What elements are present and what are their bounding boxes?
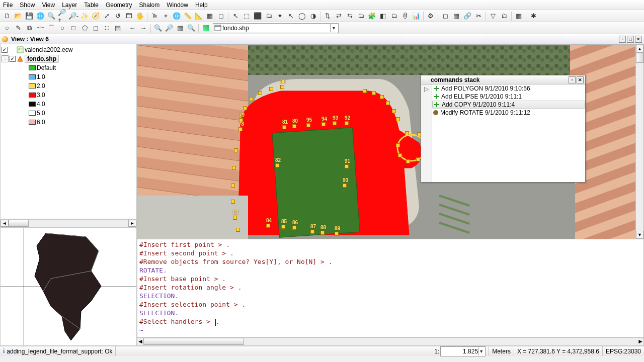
edit-vertex-handle[interactable]	[345, 164, 349, 168]
menu-shalom[interactable]: Shalom	[139, 2, 160, 9]
toolbar-button[interactable]: ◯	[297, 11, 307, 21]
toolbar-button[interactable]: ✎	[13, 23, 23, 33]
toolbar-button[interactable]: 🔍	[153, 23, 163, 33]
scroll-up-button[interactable]: ▲	[636, 45, 643, 53]
commands-stack-titlebar[interactable]: commands stack ▫ ✕	[421, 75, 585, 84]
toolbar-button[interactable]: ✱	[528, 11, 538, 21]
toolbar-button[interactable]: 🔍	[46, 11, 56, 21]
commands-stack-item[interactable]: Add ELLIPSE 9/1/2010 9:11:1	[432, 93, 585, 101]
toolbar-button[interactable]: ◻	[440, 11, 450, 21]
toolbar-button[interactable]: ⇆	[345, 11, 355, 21]
toolbar-button[interactable]: 🔍	[186, 23, 196, 33]
view-maximize-button[interactable]: □	[627, 36, 634, 43]
scale-input[interactable]	[442, 347, 478, 355]
edit-vertex-handle[interactable]	[386, 101, 390, 105]
scroll-left-button[interactable]: ◄	[137, 338, 143, 345]
toolbar-button[interactable]: 🗂	[499, 11, 509, 21]
edit-vertex-handle[interactable]	[321, 122, 326, 126]
tree-collapse-button[interactable]: −	[2, 55, 9, 62]
toolbar-button[interactable]: 🖐	[135, 11, 145, 21]
toolbar-button[interactable]: ↺	[113, 11, 123, 21]
edit-vertex-handle[interactable]	[363, 89, 367, 93]
menu-show[interactable]: Show	[20, 2, 35, 9]
toc-layer-row[interactable]: ✔ valencia2002.ecw	[2, 45, 135, 54]
edit-vertex-handle[interactable]	[335, 232, 339, 236]
toolbar-button[interactable]: 🔎-	[68, 11, 78, 21]
map-canvas[interactable]: 78798081809594939282919083848586878889 c…	[137, 44, 644, 239]
edit-vertex-handle[interactable]	[292, 226, 296, 230]
edit-vertex-handle[interactable]	[280, 85, 284, 89]
toolbar-button[interactable]: ✦	[275, 11, 285, 21]
commands-stack-item[interactable]: Add POLYGON 9/1/2010 9:10:56	[432, 84, 585, 93]
toolbar-button[interactable]: ⌖	[160, 11, 171, 21]
toolbar-button[interactable]: 🔗	[462, 11, 472, 21]
toolbar-button[interactable]: ↖	[286, 11, 296, 21]
toolbar-button[interactable]: ↖	[230, 11, 240, 21]
scroll-down-button[interactable]: ▼	[636, 231, 643, 239]
menu-geometry[interactable]: Geometry	[106, 2, 132, 9]
toolbar-button[interactable]: 📊	[411, 11, 421, 21]
edit-vertex-handle[interactable]	[239, 118, 243, 122]
edit-vertex-handle[interactable]	[380, 95, 384, 99]
toolbar-button[interactable]: 🗂	[356, 11, 366, 21]
commands-stack-list[interactable]: Add POLYGON 9/1/2010 9:10:56Add ELLIPSE …	[432, 84, 585, 182]
toolbar-button[interactable]: 🔎	[164, 23, 174, 33]
commands-stack-item[interactable]: Add COPY 9/1/2010 9:11:4	[432, 101, 585, 109]
edit-vertex-handle[interactable]	[292, 124, 296, 128]
toolbar-button[interactable]: ⧉	[24, 23, 34, 33]
edit-vertex-handle[interactable]	[269, 87, 273, 91]
toolbar-button[interactable]: ▽	[488, 11, 498, 21]
toolbar-button[interactable]: 🗂	[389, 11, 399, 21]
combo-arrow-icon[interactable]: ▼	[330, 24, 337, 32]
toolbar-button[interactable]: ○	[57, 23, 67, 33]
edit-vertex-handle[interactable]	[406, 159, 410, 163]
menu-view[interactable]: View	[42, 2, 55, 9]
toolbar-button[interactable]: 💾	[24, 11, 34, 21]
layer-visible-checkbox[interactable]: ✔	[10, 56, 16, 62]
edit-vertex-handle[interactable]	[306, 123, 310, 127]
toolbar-button[interactable]: 🗔	[124, 11, 134, 21]
toolbar-button[interactable]: 📐	[194, 11, 204, 21]
edit-vertex-handle[interactable]	[320, 231, 325, 235]
toolbar-button[interactable]: 🧩	[367, 11, 377, 21]
edit-vertex-handle[interactable]	[281, 225, 285, 229]
menu-help[interactable]: Help	[195, 2, 208, 9]
edit-vertex-handle[interactable]	[258, 91, 262, 95]
toc-horizontal-scrollbar[interactable]: ◄ ►	[0, 219, 137, 227]
toolbar-button[interactable]: 📏	[183, 11, 193, 21]
map-vertical-scrollbar[interactable]: ▲ ▼	[635, 45, 643, 239]
combo-arrow-icon[interactable]: ▼	[478, 347, 484, 355]
panel-close-button[interactable]: ✕	[577, 76, 584, 83]
toolbar-button[interactable]: ⇄	[334, 11, 344, 21]
toolbar-button[interactable]: 🖱	[149, 11, 159, 21]
toolbar-button[interactable]: 🌐	[172, 11, 182, 21]
layer-visible-checkbox[interactable]: ✔	[2, 47, 8, 53]
menu-window[interactable]: Window	[167, 2, 188, 9]
edit-vertex-handle[interactable]	[238, 127, 243, 131]
toolbar-button[interactable]: ⇅	[323, 11, 333, 21]
view-close-button[interactable]: ✕	[635, 36, 642, 43]
edit-vertex-handle[interactable]	[343, 184, 347, 188]
active-layer-combo[interactable]: ▼	[213, 23, 339, 33]
edit-vertex-handle[interactable]	[275, 163, 279, 167]
toolbar-button[interactable]: ◧	[378, 11, 388, 21]
edit-vertex-handle[interactable]	[405, 131, 409, 135]
toolbar-button[interactable]: 🌐	[35, 11, 45, 21]
edit-vertex-handle[interactable]	[234, 148, 238, 152]
scroll-right-button[interactable]: ►	[128, 220, 136, 227]
toolbar-button[interactable]: ⬠	[79, 23, 90, 33]
toc-layer-row[interactable]: − ✔ fondo.shp	[2, 54, 135, 63]
edit-vertex-handle[interactable]	[392, 109, 396, 113]
menu-layer[interactable]: Layer	[62, 2, 77, 9]
toolbar-button[interactable]: 🗂	[264, 11, 274, 21]
edit-vertex-handle[interactable]	[243, 106, 247, 110]
toolbar-button[interactable]: ◑	[308, 11, 318, 21]
toolbar-button[interactable]: ◻	[216, 11, 226, 21]
toolbar-button[interactable]: ⚙	[426, 11, 436, 21]
view-detach-button[interactable]: ▫	[619, 36, 626, 43]
toolbar-button[interactable]: ◻	[91, 23, 101, 33]
toolbar-button[interactable]: ∷	[102, 23, 112, 33]
toolbar-button[interactable]: →	[138, 23, 148, 33]
toolbar-button[interactable]: □	[68, 23, 78, 33]
commands-stack-panel[interactable]: commands stack ▫ ✕ ▷ Add POLYGON 9/1/201…	[421, 75, 586, 183]
